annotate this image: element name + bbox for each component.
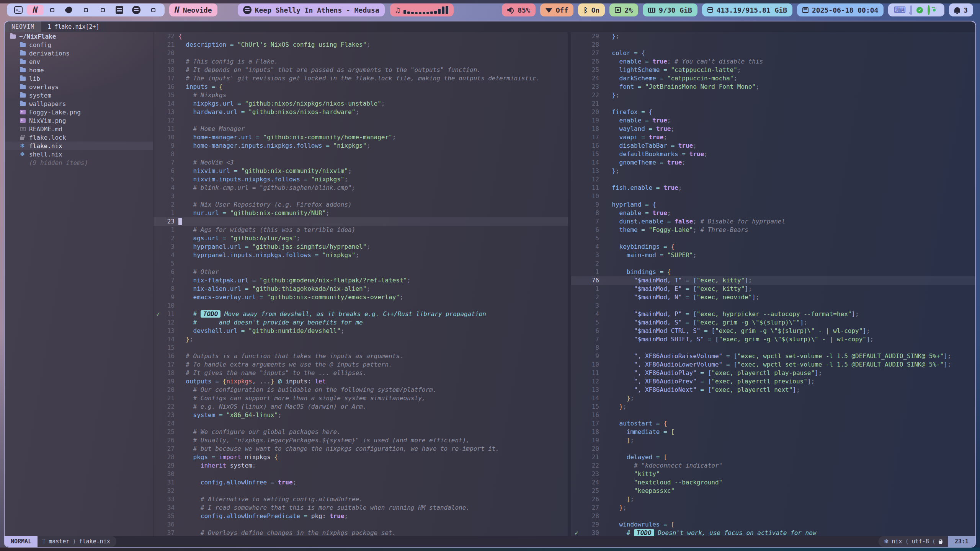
code-line[interactable]: 3 [154,192,568,201]
code-line[interactable]: 35 config.allowUnfreePredicate = pkg: tr… [154,512,568,520]
code-line[interactable]: 11 ", XF86AudioPlay" = ["exec, playerctl… [571,369,975,377]
code-line[interactable]: 9 home-manager.inputs.nixpkgs.follows = … [154,142,568,150]
code-line[interactable]: 2 ags.url = "github:Aylur/ags"; [154,234,568,243]
tree-item-home[interactable]: home [5,66,153,74]
memory-widget[interactable]: 9/30 GiB [643,3,697,16]
audio-visualizer-widget[interactable]: ♫ [390,3,454,16]
code-line[interactable]: 5 "$mainMod, S" = ["exec, grim -g \"$(sl… [571,318,975,327]
tree-item-lib[interactable]: lib [5,74,153,83]
code-line[interactable]: 29 windowrules = [ [571,520,975,529]
tree-item-derivations[interactable]: derivations [5,49,153,57]
now-playing-widget[interactable]: Keep Shelly In Athens - Medusa [238,3,385,16]
code-line[interactable]: 26 # Usually, "nixpkgs.legacyPackages.${… [154,436,568,445]
code-line[interactable]: 1 bindings = { [571,268,975,276]
key-icon[interactable] [928,6,930,14]
code-line[interactable]: 9 ", XF86AudioRaiseVolume" = ["exec, wpc… [571,352,975,360]
code-line[interactable]: 33 # Alternative to setting config.allow… [154,495,568,504]
code-line[interactable]: 2 [571,259,975,268]
code-line[interactable]: 24 [154,419,568,428]
code-line[interactable]: 1 "$mainMod, E" = ["exec, kitty"]; [571,285,975,293]
code-line[interactable]: 20 [154,49,568,57]
code-line[interactable]: 30 [154,470,568,478]
code-line[interactable]: 2 "$mainMod, N" = ["exec, neovide"]; [571,293,975,302]
code-line[interactable]: 29 inherit system; [154,461,568,470]
code-line[interactable]: 34 # I read somewhere that this is more … [154,504,568,512]
cpu-widget[interactable]: 2% [609,3,638,16]
code-line[interactable]: 3 hyprpanel.url = "github:jas-singhfsu/h… [154,243,568,251]
code-line[interactable]: 3 [571,302,975,310]
code-line[interactable]: 12 [154,116,568,125]
code-line[interactable]: 10 ", XF86AudioLowerVolume" = ["exec, wp… [571,360,975,369]
code-line[interactable]: 18 # It gives the name "inputs" to the .… [154,369,568,377]
workspace-empty-workspace-icon[interactable] [44,5,60,15]
code-line[interactable]: 5 nixvim.inputs.nixpkgs.follows = "nixpk… [154,175,568,184]
code-line[interactable]: 16 [571,411,975,419]
code-line[interactable]: 15 [154,344,568,352]
tree-item-flake-nix[interactable]: ❄flake.nix [5,142,153,150]
code-line[interactable]: 16 disableTabBar = true; [571,142,975,150]
workspace-firefox-icon[interactable] [60,5,77,15]
tree-item-config[interactable]: config [5,41,153,49]
editor-pane-left[interactable]: 22{21 description = "ChUrl's NixOS confi… [154,32,568,536]
code-line[interactable]: 21 delayed = [ [571,453,975,461]
workspace-stack-icon[interactable] [111,5,128,15]
code-line[interactable]: 19 outputs = {nixpkgs, ...} @ inputs: le… [154,377,568,386]
code-line[interactable]: 12 ", XF86AudioPrev" = ["exec, playerctl… [571,377,975,386]
code-line[interactable]: 6 theme = "Foggy-Lake"; # Three-Bears [571,226,975,234]
code-line[interactable]: 13 hardware.url = "github:nixos/nixos-ha… [154,108,568,116]
code-line[interactable]: 24 darkScheme = "catppuccin-mocha"; [571,74,975,83]
code-line[interactable]: 15 # Nixpkgs [154,91,568,99]
code-line[interactable]: 19 ]; [571,436,975,445]
window-separator[interactable] [568,32,571,536]
code-line[interactable]: 5 [154,259,568,268]
code-line[interactable]: 20 firefox = { [571,108,975,116]
code-line[interactable]: 14 }; [571,394,975,403]
notifications-widget[interactable]: 3 [949,3,973,16]
code-line[interactable]: 8 enable = true; [571,209,975,217]
code-line[interactable]: 20 # Our configuration is buildable on t… [154,386,568,394]
code-line[interactable]: 6 "$mainMod CTRL, S" = ["exec, grim -g \… [571,327,975,335]
git-branch-name[interactable]: master [49,538,69,545]
workspace-empty-workspace-icon[interactable] [145,5,162,15]
code-line[interactable]: 15 }; [571,403,975,411]
code-line[interactable]: 28 pkgs = import nixpkgs { [154,453,568,461]
code-line[interactable]: 4 "$mainMod, P" = ["exec, hyprpicker --a… [571,310,975,318]
code-line[interactable]: 22 # "kdeconnect-indicator" [571,461,975,470]
code-line[interactable]: 23 "kitty" [571,470,975,478]
screenshot-icon[interactable] [910,6,912,14]
code-line[interactable]: 13 }; [571,167,975,175]
system-tray[interactable]: ⌨✓ [888,3,944,16]
code-line[interactable]: 12 [571,175,975,184]
code-line[interactable]: 27 }; [571,504,975,512]
code-line[interactable]: 16 # Outputs is a function that takes th… [154,352,568,360]
code-line[interactable]: 6 # Other [154,268,568,276]
code-line[interactable]: 3 main-mod = "SUPER"; [571,251,975,259]
tree-item-readme-md[interactable]: MREADME.md [5,125,153,133]
code-line[interactable]: 26 ]; [571,495,975,504]
code-line[interactable]: 10 home-manager.url = "github:nix-commun… [154,133,568,142]
code-line[interactable]: 31 config.allowUnfree = true; [154,478,568,487]
code-line[interactable]: 7 "$mainMod SHIFT, S" = ["exec, grim -g … [571,335,975,344]
code-line[interactable]: 22 # e.g. NixOS (linux) and MacOS (darwi… [154,403,568,411]
code-line[interactable]: 17 # The inputs' git revisions get locke… [154,74,568,83]
code-line[interactable]: 12 # and doesn't provide any benefits fo… [154,318,568,327]
workspaces-widget[interactable]: >_N [7,3,165,16]
workspace-terminal-icon[interactable]: >_ [10,5,27,15]
code-line[interactable]: 27 # but because we want to change the n… [154,445,568,453]
code-line[interactable]: 16 inputs = { [154,83,568,91]
code-line[interactable]: 9 emacs-overlay.url = "github:nix-commun… [154,293,568,302]
code-line[interactable]: 8 [571,344,975,352]
code-line[interactable]: 2 # Nix User Repository (e.g. Firefox ad… [154,201,568,209]
disk-widget[interactable]: 413.19/915.81 GiB [702,3,792,16]
code-line[interactable]: 14 }; [154,335,568,344]
code-line[interactable]: 1 # Ags for widgets (this was a terrible… [154,226,568,234]
bluetooth-widget[interactable]: ᛒ On [578,3,605,16]
code-line[interactable]: 18 immediate = [ [571,428,975,436]
active-window-pill[interactable]: N Neovide [169,3,217,16]
code-line[interactable]: 8 nix-alien.url = "github:thiagokokada/n… [154,285,568,293]
code-line[interactable]: 17 autostart = { [571,419,975,428]
code-line[interactable]: 7 dunst.enable = false; # Disable for hy… [571,217,975,226]
code-line[interactable]: 76 "$mainMod, T" = ["exec, kitty"]; [571,276,975,285]
tree-item-wallpapers[interactable]: wallpapers [5,99,153,108]
code-line[interactable]: 22 }; [571,91,975,99]
